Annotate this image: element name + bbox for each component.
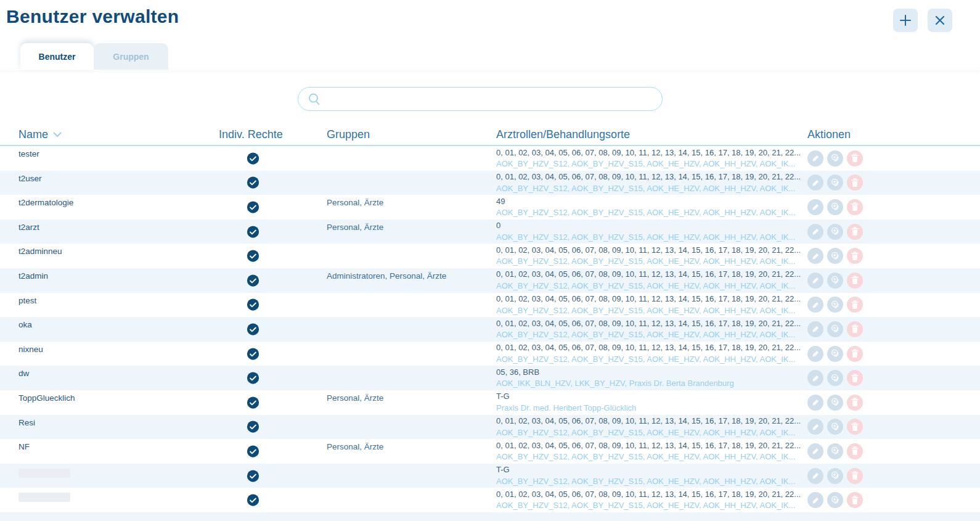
duplicate-plus-icon	[830, 226, 841, 237]
duplicate-button[interactable]	[827, 321, 843, 337]
edit-button[interactable]	[807, 370, 823, 386]
edit-button[interactable]	[807, 150, 823, 166]
pencil-icon	[811, 252, 820, 261]
duplicate-button[interactable]	[827, 370, 843, 386]
edit-button[interactable]	[807, 297, 823, 313]
edit-button[interactable]	[807, 248, 823, 264]
tab-benutzer[interactable]: Benutzer	[20, 43, 94, 70]
delete-button[interactable]	[847, 492, 863, 508]
delete-button[interactable]	[847, 150, 863, 166]
delete-button[interactable]	[847, 468, 863, 484]
delete-button[interactable]	[847, 174, 863, 191]
close-button[interactable]	[928, 9, 952, 32]
duplicate-plus-icon	[830, 422, 841, 432]
trash-icon	[851, 349, 859, 358]
duplicate-button[interactable]	[827, 297, 843, 313]
arztrollen-cell: 0, 01, 02, 03, 04, 05, 06, 07, 08, 09, 1…	[496, 147, 801, 170]
arztrollen-cell: 05, 36, BRB AOK_IKK_BLN_HZV, LKK_BY_HZV,…	[496, 367, 734, 390]
arztrollen-cell: 0, 01, 02, 03, 04, 05, 06, 07, 08, 09, 1…	[496, 293, 801, 316]
duplicate-button[interactable]	[827, 419, 843, 435]
edit-button[interactable]	[807, 199, 823, 215]
trash-icon	[851, 252, 859, 261]
edit-button[interactable]	[807, 174, 823, 191]
user-name: nixneu	[18, 345, 43, 354]
duplicate-button[interactable]	[827, 443, 843, 459]
row-actions	[807, 273, 863, 289]
row-actions	[807, 174, 863, 191]
delete-button[interactable]	[847, 346, 863, 362]
edit-button[interactable]	[807, 443, 823, 459]
behandlungsorte-values: AOK_BY_HZV_S12, AOK_BY_HZV_S15, AOK_HE_H…	[496, 427, 801, 439]
user-name: t2arzt	[18, 223, 39, 232]
duplicate-button[interactable]	[827, 150, 843, 166]
arztrollen-cell: T-G Praxis Dr. med. Heribert Topp-Glückl…	[496, 391, 636, 414]
arztrollen-cell: 0, 01, 02, 03, 04, 05, 06, 07, 08, 09, 1…	[496, 269, 801, 292]
close-icon	[934, 15, 945, 26]
delete-button[interactable]	[847, 199, 863, 215]
row-actions	[807, 199, 863, 215]
duplicate-button[interactable]	[827, 346, 843, 362]
user-name: ToppGluecklich	[18, 393, 75, 403]
duplicate-plus-icon	[830, 275, 841, 285]
behandlungsorte-values: AOK_BY_HZV_S12, AOK_BY_HZV_S15, AOK_HE_H…	[496, 207, 795, 219]
delete-button[interactable]	[847, 321, 863, 337]
edit-button[interactable]	[807, 468, 823, 484]
edit-button[interactable]	[807, 419, 823, 435]
row-actions	[807, 150, 863, 166]
edit-button[interactable]	[807, 395, 823, 411]
delete-button[interactable]	[847, 224, 863, 240]
row-actions	[807, 492, 863, 508]
delete-button[interactable]	[847, 443, 863, 459]
check-circle-icon	[247, 225, 259, 238]
trash-icon	[851, 496, 859, 505]
table-row: t2adminneu 0, 01, 02, 03, 04, 05, 06, 07…	[0, 244, 980, 268]
edit-button[interactable]	[807, 273, 823, 289]
check-circle-icon	[247, 250, 259, 263]
delete-button[interactable]	[847, 248, 863, 264]
edit-button[interactable]	[807, 492, 823, 508]
delete-button[interactable]	[847, 273, 863, 289]
trash-icon	[851, 422, 859, 432]
delete-button[interactable]	[847, 395, 863, 411]
arztrollen-values: 0, 01, 02, 03, 04, 05, 06, 07, 08, 09, 1…	[496, 440, 801, 452]
arztrollen-cell: T-G AOK_BY_HZV_S12, AOK_BY_HZV_S15, AOK_…	[496, 464, 795, 487]
duplicate-button[interactable]	[827, 492, 843, 508]
duplicate-button[interactable]	[827, 248, 843, 264]
search-input[interactable]	[327, 89, 656, 110]
duplicate-button[interactable]	[827, 199, 843, 215]
duplicate-button[interactable]	[827, 174, 843, 191]
duplicate-plus-icon	[830, 470, 841, 481]
duplicate-button[interactable]	[827, 224, 843, 240]
pencil-icon	[811, 227, 820, 236]
trash-icon	[851, 227, 859, 236]
duplicate-button[interactable]	[827, 273, 843, 289]
user-name: Resi	[18, 418, 35, 427]
duplicate-button[interactable]	[827, 468, 843, 484]
delete-button[interactable]	[847, 370, 863, 386]
behandlungsorte-values: AOK_BY_HZV_S12, AOK_BY_HZV_S15, AOK_HE_H…	[496, 256, 801, 268]
delete-button[interactable]	[847, 419, 863, 435]
tab-gruppen[interactable]: Gruppen	[94, 43, 168, 70]
edit-button[interactable]	[807, 346, 823, 362]
edit-button[interactable]	[807, 321, 823, 337]
edit-button[interactable]	[807, 224, 823, 240]
pencil-icon	[811, 276, 820, 285]
delete-button[interactable]	[847, 297, 863, 313]
arztrollen-values: 0, 01, 02, 03, 04, 05, 06, 07, 08, 09, 1…	[496, 147, 801, 159]
duplicate-plus-icon	[830, 153, 841, 163]
partial-next-row	[0, 512, 980, 521]
add-user-button[interactable]	[893, 9, 918, 32]
behandlungsorte-values: AOK_BY_HZV_S12, AOK_BY_HZV_S15, AOK_HE_H…	[496, 500, 801, 512]
pencil-icon	[811, 422, 820, 432]
user-management-window: Benutzer verwalten Benutzer Gruppen Name…	[0, 0, 980, 521]
table-row: t2dermatologie Personal, Ärzte 49 AOK_BY…	[0, 195, 980, 219]
user-groups: Personal, Ärzte	[327, 442, 383, 451]
arztrollen-cell: 0, 01, 02, 03, 04, 05, 06, 07, 08, 09, 1…	[496, 342, 801, 365]
table-row: t2arzt Personal, Ärzte 0 AOK_BY_HZV_S12,…	[0, 219, 980, 244]
row-actions	[807, 395, 863, 411]
behandlungsorte-values: AOK_BY_HZV_S12, AOK_BY_HZV_S15, AOK_HE_H…	[496, 183, 801, 195]
column-header-name[interactable]: Name	[18, 128, 62, 141]
user-name: t2dermatologie	[18, 198, 73, 207]
duplicate-button[interactable]	[827, 395, 843, 411]
column-header-gruppen: Gruppen	[327, 128, 370, 141]
